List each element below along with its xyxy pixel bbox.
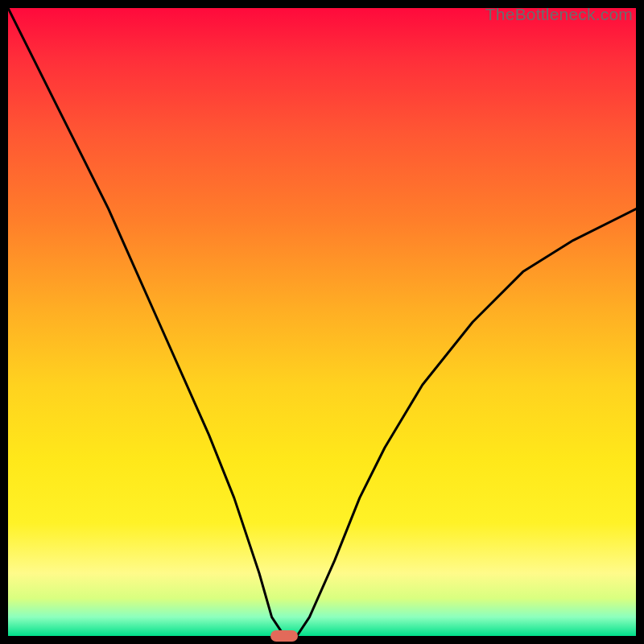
optimal-marker <box>270 630 298 642</box>
chart-stage: TheBottleneck.com <box>0 0 644 644</box>
curve-path <box>8 8 636 636</box>
watermark-text: TheBottleneck.com <box>485 5 633 24</box>
chart-plot-area <box>8 8 636 636</box>
bottleneck-curve <box>8 8 636 636</box>
